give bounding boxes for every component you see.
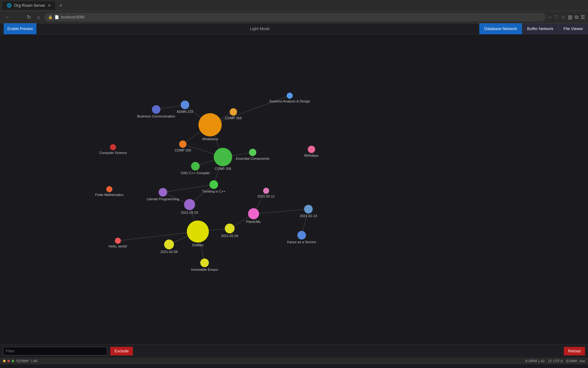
node-label-date_20210208: 2021-02-08 [160, 250, 178, 254]
address-bar[interactable]: 🔒 📄 localhost:8080 [44, 13, 545, 21]
node-label-comp200: COMP 200 [175, 148, 191, 152]
node-dotfiles[interactable] [187, 220, 209, 243]
svg-line-21 [118, 232, 198, 241]
node-label-gnu_cpp: GNU C++ Compiler [181, 171, 210, 175]
light-mode-label: Light Mode [250, 26, 270, 31]
node-literate_prog[interactable] [159, 188, 167, 197]
app-header: Enable Preview Light Mode Database Netwo… [0, 23, 588, 34]
node-label-computer_science: Computer Science [99, 151, 127, 155]
sidebar-icon[interactable]: ▥ [568, 14, 572, 20]
node-computer_science[interactable] [110, 144, 116, 150]
workspace-label: *EXWM* [16, 359, 29, 363]
forward-button[interactable]: → [14, 13, 23, 21]
url-text: localhost:8080 [61, 15, 85, 19]
time-label: 8:18PM 1.42 [526, 359, 545, 363]
dot-green [12, 360, 14, 362]
node-label-business_comm: Business Communication [137, 114, 175, 118]
node-comp268[interactable] [230, 108, 237, 116]
browser-tab[interactable]: 🌐 Org Roam Server ✕ [2, 1, 55, 10]
status-left: *EXWM* 1 All [3, 359, 37, 363]
node-kanye_service[interactable] [297, 231, 306, 240]
browser-toolbar: ← → ↻ ⌂ 🔒 📄 localhost:8080 ··· ♡ ☆ ▥ ⧉ ☰ [0, 11, 588, 23]
exclude-button[interactable]: Exclude [110, 347, 133, 355]
enable-preview-button[interactable]: Enable Preview [4, 23, 36, 34]
node-label-comp268: COMP 268 [225, 116, 242, 120]
node-label-date_20210213: 2021-02-13 [300, 214, 317, 218]
node-label-finite_math: Finite Mathematics [95, 193, 123, 197]
node-label-essential_components: Essential Components [236, 157, 270, 160]
node-date_20210213[interactable] [304, 205, 313, 213]
node-label-systems_analysis: Systems Analysis & Design [269, 99, 310, 103]
header-center: Light Mode [250, 26, 270, 31]
filter-input[interactable] [3, 347, 107, 355]
encoding-label: LF UTF-8 [548, 359, 563, 363]
dot-red [7, 360, 10, 362]
back-button[interactable]: ← [3, 13, 12, 21]
desktop-label: 1 All [31, 359, 37, 363]
node-label-date_20210211: 2021-02-11 [258, 194, 275, 198]
node-birthdays[interactable] [308, 146, 315, 153]
star-icon[interactable]: ☆ [561, 14, 565, 20]
node-thinking_cpp[interactable] [209, 180, 218, 189]
tab-title: Org Roam Server [14, 3, 45, 8]
node-label-hello_world: Hello, world! [109, 244, 127, 248]
node-essential_components[interactable] [249, 149, 256, 156]
node-label-kanye_service: Kanye as a Service [287, 240, 316, 244]
new-tab-button[interactable]: + [58, 3, 64, 8]
node-immutable_emacs[interactable] [200, 259, 209, 267]
security-icon: 🔒 [48, 15, 53, 19]
bookmark-icon[interactable]: ♡ [554, 14, 559, 20]
split-icon[interactable]: ⧉ [575, 14, 578, 20]
dot-yellow [3, 360, 6, 362]
network-area: Business CommunicationADMN 233COMP 268Sy… [0, 34, 588, 344]
node-label-date_20210203: 2021-02-03 [181, 211, 198, 214]
node-label-plantuml: PlantUML [246, 220, 261, 224]
node-finite_math[interactable] [106, 186, 112, 192]
node-comp206[interactable] [214, 148, 232, 166]
status-right: 8:18PM 1.42 LF UTF-8 EXWM : line [526, 359, 585, 363]
node-date_20210203[interactable] [184, 199, 195, 210]
node-admn233[interactable] [181, 101, 189, 109]
node-hello_world[interactable] [115, 238, 121, 244]
tab-buffer-network[interactable]: Buffer Network [522, 23, 558, 34]
node-label-birthdays: Birthdays [304, 154, 318, 157]
home-button[interactable]: ⌂ [35, 13, 42, 21]
node-athabasca[interactable] [198, 113, 222, 136]
header-nav: Database Network Buffer Network File Vie… [479, 23, 588, 34]
node-label-admn233: ADMN 233 [177, 110, 193, 113]
menu-icon[interactable]: ☰ [581, 14, 585, 20]
node-label-literate_prog: Literate Programming [147, 197, 179, 201]
node-date_20210204[interactable] [225, 224, 235, 233]
node-plantuml[interactable] [248, 208, 259, 219]
node-date_20210211[interactable] [263, 188, 269, 194]
node-label-date_20210204: 2021-02-04 [221, 234, 238, 238]
mode-label: EXWM : line [566, 359, 585, 363]
tab-database-network[interactable]: Database Network [479, 23, 522, 34]
status-bar: *EXWM* 1 All 8:18PM 1.42 LF UTF-8 EXWM :… [0, 358, 588, 364]
node-date_20210208[interactable] [164, 240, 174, 249]
node-comp200[interactable] [179, 140, 187, 148]
node-gnu_cpp[interactable] [191, 162, 200, 171]
tab-favicon: 🌐 [7, 3, 12, 8]
tab-file-viewer[interactable]: File Viewer [558, 23, 588, 34]
svg-line-15 [254, 209, 308, 214]
tab-close-button[interactable]: ✕ [48, 3, 51, 8]
svg-line-10 [163, 185, 214, 192]
browser-titlebar: 🌐 Org Roam Server ✕ + [0, 0, 588, 11]
node-label-dotfiles: Dotfiles [192, 243, 204, 247]
node-systems_analysis[interactable] [287, 93, 293, 99]
node-label-immutable_emacs: Immutable Emacs [191, 268, 218, 271]
network-edges [0, 34, 588, 344]
bottom-bar: Exclude Reload [0, 344, 588, 358]
node-label-athabasca: Athabasca [202, 137, 218, 141]
header-left: Enable Preview [0, 23, 40, 34]
reload-button[interactable]: Reload [564, 347, 585, 355]
svg-line-3 [210, 96, 290, 125]
page-icon: 📄 [55, 15, 59, 19]
toolbar-right: ··· ♡ ☆ ▥ ⧉ ☰ [548, 14, 585, 20]
node-business_comm[interactable] [152, 105, 160, 114]
more-icon[interactable]: ··· [548, 14, 552, 20]
reload-button[interactable]: ↻ [25, 13, 33, 21]
node-label-thinking_cpp: Thinking in C++ [202, 190, 225, 193]
node-label-comp206: COMP 206 [215, 167, 231, 171]
